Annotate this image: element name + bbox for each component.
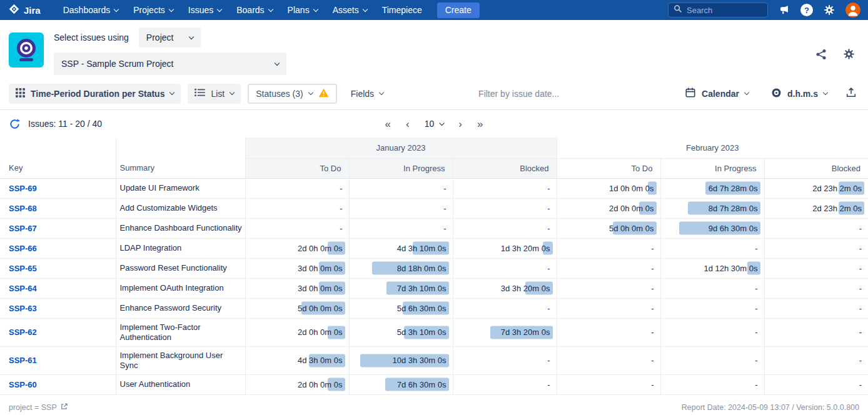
- first-page-button[interactable]: «: [385, 119, 391, 129]
- duration-cell: 2d 23h 2m 0s: [764, 178, 868, 198]
- help-icon[interactable]: ?: [800, 4, 813, 16]
- fields-select[interactable]: Fields: [344, 84, 390, 104]
- month-header-row: Key Summary January 2023February 2023: [0, 138, 868, 158]
- duration-value: -: [547, 224, 550, 233]
- duration-cell: -: [557, 238, 660, 258]
- search-icon: [674, 4, 682, 16]
- time-format-select[interactable]: d.h.m.s: [764, 84, 834, 104]
- duration-value: -: [547, 204, 550, 213]
- duration-value: 5d 6h 30m 0s: [397, 304, 447, 313]
- calendar-select[interactable]: Calendar: [678, 84, 755, 104]
- issue-key-link[interactable]: SSP-67: [9, 224, 37, 233]
- issue-source-select[interactable]: Project: [139, 28, 201, 48]
- table-row: SSP-62Implement Two-Factor Authenticatio…: [0, 318, 868, 346]
- report-type-label: Time-Period Duration per Status: [31, 89, 164, 99]
- jira-logo-icon: [9, 4, 19, 16]
- issue-source-value: Project: [146, 32, 174, 42]
- share-icon[interactable]: [815, 48, 827, 61]
- duration-cell: 2d 0h 0m 0s: [557, 198, 660, 218]
- next-page-button[interactable]: ›: [458, 119, 462, 129]
- status-header: Blocked: [453, 158, 557, 178]
- time-in-status-table: Key Summary January 2023February 2023 To…: [0, 138, 868, 395]
- issue-summary: Implement OAuth Integration: [116, 278, 245, 298]
- duration-value: -: [651, 328, 654, 337]
- duration-value: 2d 23h 2m 0s: [812, 184, 862, 193]
- duration-cell: 5d 6h 30m 0s: [349, 298, 453, 318]
- month-header: February 2023: [557, 138, 868, 158]
- project-select-value: SSP - Sample Scrum Project: [61, 59, 173, 69]
- announcement-icon[interactable]: [778, 4, 790, 16]
- create-button[interactable]: Create: [437, 2, 480, 18]
- statuses-select[interactable]: Statuses (3): [248, 84, 336, 104]
- duration-cell: 5d 0h 0m 0s: [557, 218, 660, 238]
- duration-cell: 4d 3h 10m 0s: [349, 238, 453, 258]
- duration-value: 6d 7h 28m 0s: [709, 184, 758, 193]
- duration-cell: 7d 3h 20m 0s: [453, 318, 557, 346]
- calendar-icon: [685, 87, 696, 100]
- issue-key-link[interactable]: SSP-69: [9, 184, 37, 193]
- issue-key-link[interactable]: SSP-63: [9, 304, 37, 313]
- nav-item-assets[interactable]: Assets: [325, 0, 375, 20]
- nav-item-boards[interactable]: Boards: [229, 0, 280, 20]
- duration-value: -: [651, 356, 654, 365]
- nav-item-label: Assets: [333, 5, 359, 15]
- issue-key-link[interactable]: SSP-66: [9, 244, 37, 253]
- issue-key-link[interactable]: SSP-65: [9, 264, 37, 273]
- view-type-select[interactable]: List: [188, 84, 241, 104]
- issue-key-link[interactable]: SSP-68: [9, 204, 37, 213]
- issue-key-link[interactable]: SSP-64: [9, 284, 37, 293]
- duration-value: -: [755, 244, 757, 253]
- duration-value: -: [755, 356, 757, 365]
- duration-cell: 7d 6h 30m 0s: [349, 374, 453, 394]
- export-button[interactable]: [843, 84, 859, 104]
- nav-item-dashboards[interactable]: Dashboards: [56, 0, 126, 20]
- nav-item-projects[interactable]: Projects: [126, 0, 181, 20]
- refresh-button[interactable]: [9, 118, 21, 130]
- duration-cell: 4d 3h 0m 0s: [245, 346, 349, 374]
- duration-cell: -: [453, 198, 557, 218]
- duration-value: 3d 3h 20m 0s: [501, 284, 550, 293]
- jql-filter-text: project = SSP: [9, 403, 57, 412]
- duration-value: -: [340, 184, 342, 193]
- external-link-icon[interactable]: [60, 402, 68, 412]
- last-page-button[interactable]: »: [477, 119, 483, 129]
- search-box[interactable]: [668, 2, 768, 18]
- duration-value: -: [651, 264, 654, 273]
- duration-value: -: [443, 204, 446, 213]
- key-cell: SSP-64: [0, 278, 116, 298]
- status-header: To Do: [557, 158, 660, 178]
- page-size-select[interactable]: 10: [425, 119, 444, 129]
- issue-key-link[interactable]: SSP-61: [9, 356, 37, 365]
- duration-value: -: [547, 304, 550, 313]
- report-type-select[interactable]: Time-Period Duration per Status: [9, 84, 181, 104]
- issue-date-filter-input[interactable]: [478, 89, 591, 99]
- duration-value: -: [755, 284, 757, 293]
- nav-item-plans[interactable]: Plans: [280, 0, 325, 20]
- duration-cell: -: [349, 178, 453, 198]
- duration-cell: -: [557, 318, 660, 346]
- duration-cell: -: [764, 298, 868, 318]
- user-avatar[interactable]: [845, 2, 860, 18]
- search-input[interactable]: [687, 6, 762, 15]
- duration-value: -: [859, 284, 862, 293]
- report-settings-gear-icon[interactable]: [842, 48, 855, 61]
- prev-page-button[interactable]: ‹: [406, 119, 410, 129]
- duration-cell: 2d 23h 2m 0s: [764, 198, 868, 218]
- timepiece-app-icon: [9, 32, 44, 70]
- key-cell: SSP-68: [0, 198, 116, 218]
- nav-item-issues[interactable]: Issues: [181, 0, 229, 20]
- jira-logo[interactable]: Jira: [9, 4, 41, 16]
- duration-cell: -: [764, 278, 868, 298]
- issue-key-link[interactable]: SSP-60: [9, 380, 37, 389]
- chevron-down-icon: [169, 90, 174, 95]
- settings-gear-icon[interactable]: [823, 4, 835, 16]
- issue-key-link[interactable]: SSP-62: [9, 328, 37, 337]
- duration-value: -: [547, 264, 550, 273]
- duration-cell: 3d 0h 0m 0s: [245, 258, 349, 278]
- duration-value: -: [859, 304, 862, 313]
- project-select[interactable]: SSP - Sample Scrum Project: [54, 52, 286, 75]
- duration-cell: -: [245, 178, 349, 198]
- duration-value: 2d 0h 0m 0s: [298, 328, 343, 337]
- nav-item-timepiece[interactable]: Timepiece: [375, 0, 430, 20]
- duration-cell: -: [660, 298, 764, 318]
